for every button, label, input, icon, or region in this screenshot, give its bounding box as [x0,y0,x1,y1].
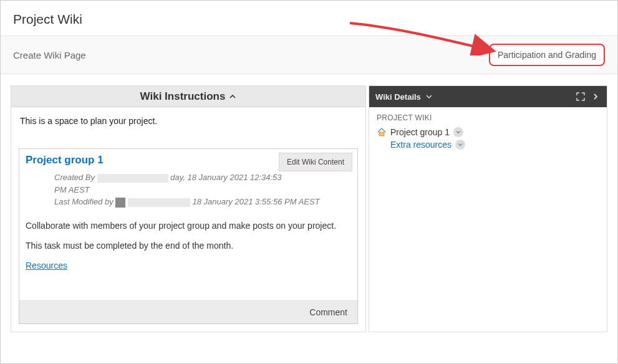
instructions-header[interactable]: Wiki Instructions [11,86,365,107]
page-title: Project Wiki [13,12,605,27]
comment-bar: Comment [19,300,357,323]
chevron-down-icon [426,93,432,100]
tree-root-menu-icon[interactable] [453,127,463,137]
wiki-details-panel: Wiki Details PROJECT WIKI [369,85,607,332]
wiki-page-card: Project group 1 Edit Wiki Content Create… [19,148,358,324]
create-wiki-link[interactable]: Create Wiki Page [13,50,86,60]
wiki-details-header[interactable]: Wiki Details [369,86,607,107]
tree-row-child[interactable]: Extra resources [377,140,599,150]
comment-button[interactable]: Comment [309,307,347,317]
modified-by-date: 18 January 2021 3:55:56 PM AEST [193,197,320,206]
expand-icon[interactable] [576,92,586,102]
created-by-date: day, 18 January 2021 12:34:53 [170,173,281,182]
app-window: Project Wiki Create Wiki Page Participat… [0,0,618,364]
wiki-page-body: Collaborate with members of your project… [26,221,351,251]
wiki-details-body: PROJECT WIKI Project group 1 Extra res [369,107,607,158]
wiki-page-meta: Created By day, 18 January 2021 12:34:53… [54,171,351,208]
home-icon [377,127,387,137]
action-bar: Create Wiki Page Participation and Gradi… [1,36,617,74]
tree-row-root[interactable]: Project group 1 [377,127,599,137]
redacted-name-2 [128,198,190,207]
body-paragraph-2: This task must be completed by the end o… [26,241,351,251]
tree-root-label: Project group 1 [390,127,450,137]
content-row: Wiki Instructions This is a space to pla… [1,74,617,342]
redacted-avatar [97,174,106,183]
edit-wiki-content-button[interactable]: Edit Wiki Content [279,153,352,171]
participation-grading-button[interactable]: Participation and Grading [489,44,605,66]
body-paragraph-1: Collaborate with members of your project… [26,221,351,231]
avatar-icon [115,198,125,208]
tree-child-label[interactable]: Extra resources [390,140,451,150]
instructions-panel: Wiki Instructions This is a space to pla… [11,85,366,332]
chevron-right-icon[interactable] [591,92,601,102]
created-by-tz: PM AEST [54,184,351,196]
redacted-name [106,174,168,183]
details-section-label: PROJECT WIKI [377,113,599,122]
instructions-intro: This is a space to plan your project. [19,115,358,148]
instructions-body: This is a space to plan your project. Pr… [11,107,365,332]
svg-rect-0 [379,132,384,136]
modified-by-label: Last Modified by [54,197,113,206]
title-bar: Project Wiki [1,1,617,36]
chevron-up-icon [229,93,236,100]
created-by-label: Created By [54,173,95,182]
tree-child-menu-icon[interactable] [455,140,465,150]
instructions-heading-text: Wiki Instructions [140,90,226,103]
wiki-details-heading: Wiki Details [375,92,421,102]
resources-link[interactable]: Resources [26,261,67,271]
